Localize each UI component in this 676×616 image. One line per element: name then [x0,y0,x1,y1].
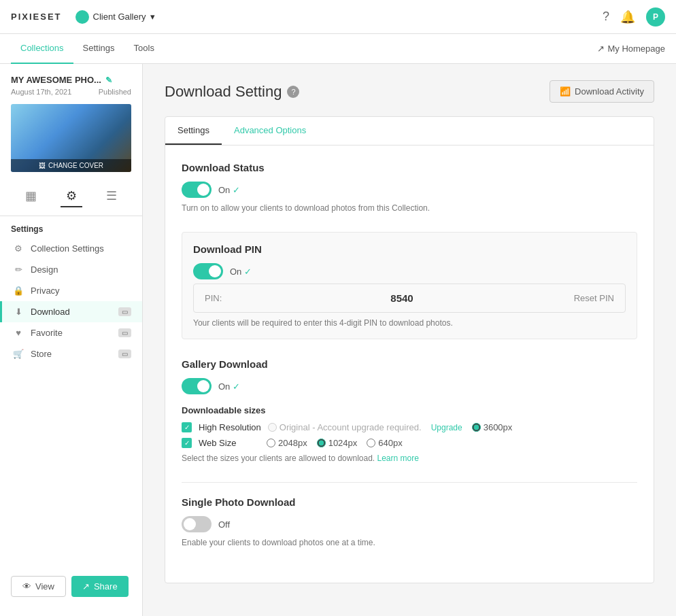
download-status-toggle-row: On ✓ [182,182,637,198]
sidebar-item-collection-settings[interactable]: ⚙ Collection Settings [0,238,142,259]
settings-section-label: Settings [0,216,142,238]
notifications-icon-button[interactable]: 🔔 [620,10,635,24]
privacy-icon: 🔒 [13,286,24,296]
single-photo-download-toggle[interactable] [182,516,212,532]
reset-pin-button[interactable]: Reset PIN [574,293,614,303]
pin-value: 8540 [390,292,413,304]
downloadable-sizes-section: Downloadable sizes ✓ High Resolution Ori… [182,405,637,463]
toggle-slider [182,182,212,198]
download-status-toggle[interactable] [182,182,212,198]
view-button[interactable]: 👁 View [11,576,66,597]
sidebar-item-store[interactable]: 🛒 Store ▭ [0,343,142,364]
page-title: Download Setting ? [165,83,299,101]
edit-collection-icon[interactable]: ✎ [105,75,112,85]
download-pin-toggle[interactable] [193,263,223,279]
2048px-label: 2048px [278,438,307,448]
globe-icon [75,10,89,24]
toggle-slider [182,378,212,394]
3600px-radio[interactable] [472,423,481,432]
download-pin-title: Download PIN [193,243,626,255]
check-icon: ✓ [233,185,240,195]
sidebar-settings-icon-btn[interactable]: ⚙ [61,186,82,207]
divider [182,482,637,483]
client-gallery-button[interactable]: Client Gallery ▾ [75,10,155,24]
sec-nav-left: Collections Settings Tools [11,34,164,64]
high-resolution-radio-group: Original - Account upgrade required. Upg… [268,422,513,432]
3600px-radio-item: 3600px [472,422,513,432]
store-icon: 🛒 [13,349,24,359]
upgrade-link[interactable]: Upgrade [431,423,462,432]
sidebar-gallery-icon-btn[interactable]: ▦ [20,186,42,207]
640px-radio-item: 640px [367,438,402,448]
sidebar-icon-tabs: ▦ ⚙ ☰ [0,180,142,216]
single-photo-download-toggle-row: Off [182,516,637,532]
toggle-slider [193,263,223,279]
share-button[interactable]: ↗ Share [71,576,129,597]
download-badge: ▭ [118,307,131,316]
sidebar: MY AWESOME PHO... ✎ August 17th, 2021 Pu… [0,64,143,616]
download-pin-toggle-row: On ✓ [193,263,626,279]
download-status-on-label: On ✓ [218,185,240,195]
client-gallery-label: Client Gallery [93,12,146,22]
main-header: Download Setting ? 📶 Download Activity [165,80,654,103]
card-body: Download Status On ✓ Turn on to allow yo… [165,146,654,583]
tab-settings[interactable]: Settings [165,117,222,145]
download-icon: ⬇ [13,307,24,317]
gallery-download-section: Gallery Download On ✓ Downloadabl [182,358,637,463]
sidebar-item-design[interactable]: ✏ Design [0,259,142,280]
sidebar-bottom-buttons: 👁 View ↗ Share [0,568,142,605]
tab-advanced-options[interactable]: Advanced Options [222,117,318,145]
1024px-radio[interactable] [317,439,326,447]
downloadable-sizes-title: Downloadable sizes [182,405,637,415]
main-layout: MY AWESOME PHO... ✎ August 17th, 2021 Pu… [0,64,676,616]
web-size-row: ✓ Web Size 2048px 1024px [182,438,637,448]
640px-radio[interactable] [367,439,375,447]
web-size-checkbox[interactable]: ✓ [182,438,192,448]
2048px-radio[interactable] [267,439,275,447]
collection-meta: August 17th, 2021 Published [0,88,142,104]
sidebar-item-download[interactable]: ⬇ Download ▭ [0,301,142,322]
top-navbar: PIXIESET Client Gallery ▾ ? 🔔 P [0,0,676,34]
web-size-radio-group: 2048px 1024px 640px [267,438,403,448]
collection-cover: 🖼 CHANGE COVER [11,104,131,172]
single-photo-download-section: Single Photo Download Off Enable your cl… [182,496,637,547]
sidebar-item-favorite[interactable]: ♥ Favorite ▭ [0,322,142,343]
collection-date: August 17th, 2021 [11,88,71,96]
check-icon: ✓ [244,267,252,277]
download-activity-button[interactable]: 📶 Download Activity [550,80,654,103]
user-avatar[interactable]: P [646,7,665,27]
original-label: Original - Account upgrade required. [280,422,422,432]
sidebar-rss-icon-btn[interactable]: ☰ [101,186,122,207]
card-tabs: Settings Advanced Options [165,117,654,146]
nav-item-tools[interactable]: Tools [124,34,164,64]
help-icon-button[interactable]: ? [603,10,609,24]
collection-name: MY AWESOME PHO... ✎ [0,75,142,88]
change-cover-button[interactable]: 🖼 CHANGE COVER [11,159,131,172]
check-icon: ✓ [233,381,240,392]
my-homepage-link[interactable]: ↗ My Homepage [597,44,665,54]
image-icon: 🖼 [39,162,46,169]
download-pin-on-label: On ✓ [230,267,252,277]
high-resolution-checkbox[interactable]: ✓ [182,422,192,432]
pin-label: PIN: [205,293,222,303]
check-icon: ✓ [184,424,190,431]
learn-more-link[interactable]: Learn more [377,454,419,463]
store-badge: ▭ [118,349,131,358]
main-content: Download Setting ? 📶 Download Activity S… [143,64,676,616]
downloadable-sizes-desc: Select the sizes your clients are allowe… [182,454,637,463]
gallery-download-toggle-row: On ✓ [182,378,637,394]
design-icon: ✏ [13,264,24,275]
2048px-radio-item: 2048px [267,438,307,448]
nav-item-collections[interactable]: Collections [11,34,73,64]
1024px-radio-item: 1024px [317,438,358,448]
help-icon[interactable]: ? [287,86,299,98]
share-icon: ↗ [82,581,90,592]
collection-settings-icon: ⚙ [13,243,24,254]
sidebar-item-privacy[interactable]: 🔒 Privacy [0,280,142,301]
secondary-navbar: Collections Settings Tools ↗ My Homepage [0,34,676,64]
nav-item-settings[interactable]: Settings [73,34,124,64]
original-radio[interactable] [268,423,277,432]
gallery-download-on-label: On ✓ [218,381,240,392]
gallery-download-toggle[interactable] [182,378,212,394]
pin-box: PIN: 8540 Reset PIN [193,284,626,313]
